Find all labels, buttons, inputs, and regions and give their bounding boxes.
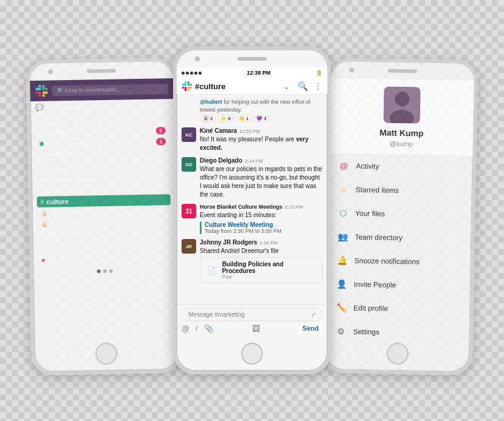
menu-item-edit-profile[interactable]: ✏️ Edit profile — [327, 296, 471, 322]
snooze-icon: 🔔 — [336, 254, 348, 266]
kine-header: Kiné Camara 12:55 PM — [200, 127, 322, 134]
star-icon: ☆ — [337, 183, 349, 195]
message-johnny: JR Johnny JR Rodgers 2:18 PM Shared Andr… — [182, 239, 322, 283]
diego-header: Diego Delgado 2:14 PM — [200, 157, 322, 164]
phone1-screen: 🔍 Jump to conversation... 💬 All Threads … — [30, 78, 177, 338]
calendar-content: Horse Blanket Culture Meetings 2:15 PM E… — [200, 204, 322, 234]
chat-messages: @hubert for helping out with the new inf… — [177, 95, 327, 304]
diego-time: 2:14 PM — [245, 158, 263, 164]
phone3-camera — [349, 67, 354, 72]
menu-item-files[interactable]: ⬡ Your files — [329, 201, 472, 227]
profile-avatar-img — [384, 87, 421, 124]
calendar-avatar: 31 — [182, 204, 196, 218]
phone3-home-button[interactable] — [387, 343, 409, 365]
phones-container: 🔍 Jump to conversation... 💬 All Threads … — [0, 0, 504, 421]
reaction-heart[interactable]: 💜3 — [253, 115, 269, 123]
phone3-bottom — [325, 335, 469, 372]
cory-badge: 1 — [156, 138, 166, 145]
phone1-speaker — [87, 69, 116, 73]
johnny-name: Johnny JR Rodgers — [200, 239, 257, 246]
directory-icon: 👥 — [336, 231, 349, 243]
phone1-bottom — [35, 335, 179, 372]
sidebar-item-media-and-pr[interactable]: # media-and-pr — [36, 147, 169, 160]
starred-label: Starred items — [355, 186, 399, 195]
send-button[interactable]: Send — [299, 323, 322, 333]
attachment-icon[interactable]: 📎 — [204, 324, 214, 333]
event-time: Today from 2:30 PM to 3:00 PM — [205, 228, 282, 234]
menu-item-starred[interactable]: ☆ Starred items — [329, 178, 472, 204]
online-dot — [39, 141, 44, 146]
kine-avatar: KC — [182, 127, 196, 142]
phone1-camera — [48, 69, 53, 74]
johnny-header: Johnny JR Rodgers 2:18 PM — [200, 239, 322, 246]
snooze-label: Snooze notifications — [354, 257, 420, 266]
lock-icon1: 🔒 — [41, 209, 48, 216]
slack-logo-chat-icon — [182, 81, 192, 92]
unreads-section: UNREADS # brainstorming 2 Cory Bujnowicz… — [30, 112, 174, 161]
profile-section: Matt Kump @kump — [330, 78, 474, 157]
sidebar-item-triage-issues[interactable]: # triage-issues — [38, 227, 171, 240]
menu-list: @ Activity ☆ Starred items ⬡ Your files … — [326, 154, 472, 338]
menu-item-invite[interactable]: 👤 Invite People — [327, 272, 471, 298]
settings-label: Settings — [353, 328, 380, 337]
kine-content: Kiné Camara 12:55 PM No! It was my pleas… — [200, 127, 322, 152]
cory-label: Cory Bujnowicz — [46, 138, 156, 147]
more-options-icon[interactable]: ⋮ — [314, 81, 322, 91]
all-threads-label: All Threads — [47, 103, 81, 111]
phone2-screen: 12:38 PM 🔋 #culture ⌄ 🔍 ⋮ — [177, 67, 327, 337]
menu-item-directory[interactable]: 👥 Team directory — [328, 225, 472, 251]
reaction-wave[interactable]: 👋1 — [236, 115, 251, 123]
search-placeholder: Jump to conversation... — [64, 86, 120, 93]
message-text-0: @hubert for helping out with the new inf… — [200, 98, 322, 113]
profile-avatar — [384, 87, 421, 124]
signal-dot-5 — [199, 72, 202, 75]
signal-dot-3 — [190, 72, 193, 75]
invite-icon: 👤 — [336, 278, 348, 290]
search-chat-icon[interactable]: 🔍 — [298, 81, 308, 91]
mention-icon[interactable]: @ — [182, 324, 189, 333]
diego-content: Diego Delgado 2:14 PM What are our polic… — [200, 157, 322, 199]
dot-3 — [109, 269, 113, 273]
invite-label: Invite People — [354, 280, 397, 289]
dot-2 — [103, 269, 107, 273]
image-icon[interactable]: 🖼 — [252, 324, 260, 333]
calendar-time: 2:15 PM — [285, 204, 303, 210]
file-attachment: 📄 Building Policies and Procedures Post — [200, 257, 322, 283]
activity-label: Activity — [356, 162, 379, 171]
diego-name: Diego Delgado — [200, 157, 242, 164]
chevron-down-icon: ⌄ — [283, 81, 290, 91]
reaction-party[interactable]: 🎉2 — [200, 115, 216, 123]
channels-section: CHANNELS # accounting-costs # business-o… — [32, 159, 176, 241]
green-bar — [200, 221, 202, 234]
diego-avatar: DD — [182, 157, 196, 172]
calendar-text: Event starting in 15 minutes: — [200, 211, 322, 220]
slash-icon[interactable]: / — [196, 324, 198, 333]
expand-icon[interactable]: ⤢ — [311, 311, 316, 318]
slackbot-label: slackbot — [47, 254, 168, 263]
profile-handle: @kump — [390, 140, 413, 148]
hash-icon2: # — [39, 151, 43, 158]
kine-text: No! It was my pleasure! People are very … — [200, 135, 322, 152]
event-card: Culture Weekly Meeting Today from 2:30 P… — [200, 221, 322, 234]
chat-input-area: Message #marketing ⤢ @ / 📎 🖼 Send — [177, 304, 327, 337]
menu-item-activity[interactable]: @ Activity — [329, 154, 473, 180]
message-input-box[interactable]: Message #marketing ⤢ — [182, 308, 322, 321]
mention-hubert: @hubert — [200, 99, 222, 105]
search-icon: 🔍 — [56, 87, 64, 94]
files-label: Your files — [355, 209, 385, 218]
phone-chat: 12:38 PM 🔋 #culture ⌄ 🔍 ⋮ — [173, 47, 331, 374]
accounting-costs-label: accounting-costs — [46, 174, 167, 183]
phone2-home-button[interactable] — [241, 343, 263, 365]
search-bar[interactable]: 🔍 Jump to conversation... — [52, 84, 168, 96]
sidebar-item-slackbot[interactable]: ♥ slackbot — [38, 252, 171, 266]
menu-item-settings[interactable]: ⚙ Settings — [326, 320, 469, 338]
design-chat-label: design-chat — [50, 207, 167, 216]
message-input-placeholder: Message #marketing — [188, 311, 245, 318]
hash-icon4: # — [40, 187, 44, 194]
menu-item-snooze[interactable]: 🔔 Snooze notifications — [327, 249, 471, 275]
diego-text: What are our policies in regards to pets… — [200, 165, 322, 199]
hash-icon: # — [39, 129, 43, 136]
reaction-star[interactable]: ⭐8 — [217, 115, 233, 123]
chat-header: #culture ⌄ 🔍 ⋮ — [177, 78, 327, 95]
phone1-home-button[interactable] — [95, 343, 118, 365]
